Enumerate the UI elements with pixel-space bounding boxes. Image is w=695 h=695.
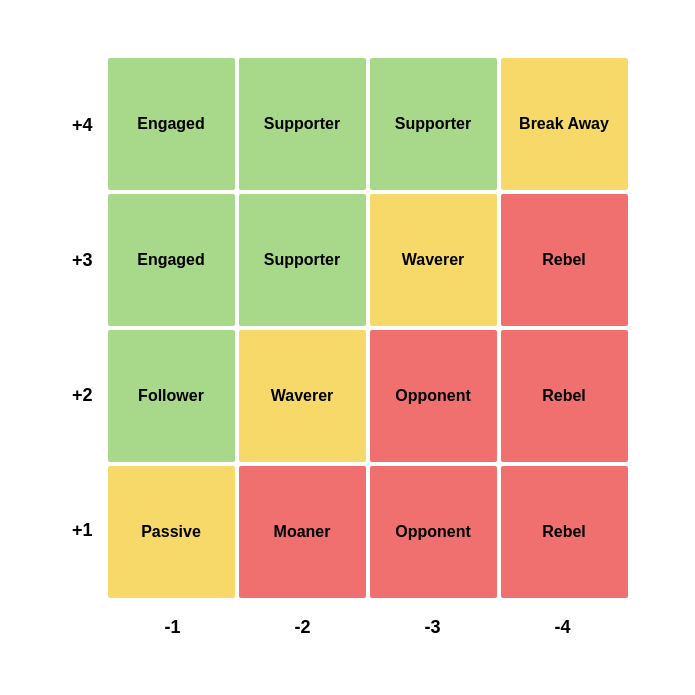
cell-r3-c1: Moaner [239, 466, 366, 598]
cell-r0-c1: Supporter [239, 58, 366, 190]
cell-r3-c0: Passive [108, 466, 235, 598]
y-label-+3: +3 [28, 193, 103, 328]
cell-r1-c0: Engaged [108, 194, 235, 326]
cell-r2-c0: Follower [108, 330, 235, 462]
cell-r1-c2: Waverer [370, 194, 497, 326]
cell-r0-c3: Break Away [501, 58, 628, 190]
x-axis-labels: -1-2-3-4 [108, 608, 628, 648]
cell-r3-c3: Rebel [501, 466, 628, 598]
x-label--4: -4 [498, 608, 628, 648]
y-label-+4: +4 [28, 58, 103, 193]
x-label--2: -2 [238, 608, 368, 648]
x-label--1: -1 [108, 608, 238, 648]
cell-r2-c1: Waverer [239, 330, 366, 462]
grid: EngagedSupporterSupporterBreak AwayEngag… [108, 58, 628, 598]
cell-r1-c3: Rebel [501, 194, 628, 326]
cell-r3-c2: Opponent [370, 466, 497, 598]
cell-r0-c2: Supporter [370, 58, 497, 190]
y-axis-labels: +4+3+2+1 [28, 58, 103, 598]
cell-r2-c2: Opponent [370, 330, 497, 462]
cell-r0-c0: Engaged [108, 58, 235, 190]
cell-r2-c3: Rebel [501, 330, 628, 462]
x-label--3: -3 [368, 608, 498, 648]
y-label-+1: +1 [28, 463, 103, 598]
y-label-+2: +2 [28, 328, 103, 463]
engagement-matrix: +4+3+2+1 EngagedSupporterSupporterBreak … [28, 28, 668, 668]
cell-r1-c1: Supporter [239, 194, 366, 326]
